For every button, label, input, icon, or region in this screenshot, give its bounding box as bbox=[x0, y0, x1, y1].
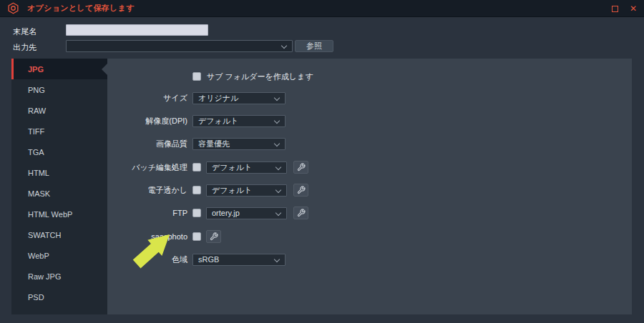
quality-value: 容量優先 bbox=[198, 139, 230, 149]
size-row: サイズ オリジナル bbox=[107, 91, 286, 104]
size-label: サイズ bbox=[107, 93, 187, 104]
resolution-select[interactable]: デフォルト bbox=[192, 115, 286, 127]
subfolder-checkbox[interactable] bbox=[192, 72, 201, 81]
quality-row: 画像品質 容量優先 bbox=[107, 137, 286, 150]
saasphoto-settings-button[interactable] bbox=[206, 230, 221, 243]
app-logo-icon bbox=[7, 2, 19, 14]
sidebar-item-html[interactable]: HTML bbox=[11, 162, 107, 183]
subfolder-checkbox-label: サブ フォルダーを作成します bbox=[207, 71, 313, 82]
chevron-down-icon bbox=[274, 140, 280, 146]
subfolder-row: サブ フォルダーを作成します bbox=[107, 70, 313, 83]
ftp-checkbox[interactable] bbox=[192, 209, 201, 217]
ftp-settings-button[interactable] bbox=[293, 207, 308, 219]
quality-label: 画像品質 bbox=[107, 139, 187, 149]
wrench-icon bbox=[297, 163, 306, 172]
maximize-button[interactable] bbox=[612, 6, 618, 12]
resolution-row: 解像度(DPI) デフォルト bbox=[107, 114, 286, 127]
watermark-value: デフォルト bbox=[212, 185, 252, 196]
browse-button[interactable]: 参照 bbox=[295, 40, 333, 52]
output-destination-label: 出力先 bbox=[13, 42, 36, 53]
quality-select[interactable]: 容量優先 bbox=[192, 138, 286, 150]
watermark-label: 電子透かし bbox=[107, 185, 187, 196]
chevron-down-icon bbox=[275, 209, 281, 215]
chevron-down-icon bbox=[274, 256, 280, 262]
resolution-label: 解像度(DPI) bbox=[107, 116, 187, 126]
color-space-value: sRGB bbox=[198, 255, 219, 264]
batch-edit-checkbox[interactable] bbox=[192, 163, 201, 172]
resolution-value: デフォルト bbox=[198, 116, 238, 126]
sidebar-item-raw[interactable]: RAW bbox=[11, 100, 107, 121]
wrench-icon bbox=[297, 209, 306, 217]
batch-edit-settings-button[interactable] bbox=[293, 161, 308, 174]
watermark-checkbox[interactable] bbox=[192, 186, 201, 194]
chevron-down-icon bbox=[274, 94, 280, 100]
suffix-name-input[interactable] bbox=[66, 24, 208, 36]
sidebar-item-mask[interactable]: MASK bbox=[11, 183, 107, 204]
yellow-arrow-annotation bbox=[125, 232, 172, 271]
ftp-label: FTP bbox=[107, 209, 187, 217]
sidebar-item-tga[interactable]: TGA bbox=[11, 141, 107, 162]
sidebar-item-png[interactable]: PNG bbox=[11, 79, 107, 100]
chevron-down-icon bbox=[275, 187, 281, 192]
size-value: オリジナル bbox=[198, 93, 238, 104]
save-options-dialog: オプションとして保存します ✕ 末尾名 出力先 参照 JPG PNG RAW T… bbox=[0, 0, 644, 323]
watermark-select[interactable]: デフォルト bbox=[206, 184, 287, 197]
sidebar-item-webp[interactable]: WebP bbox=[11, 245, 107, 266]
chevron-down-icon bbox=[274, 117, 280, 123]
ftp-value: ortery.jp bbox=[212, 209, 240, 217]
ftp-select[interactable]: ortery.jp bbox=[206, 207, 287, 219]
close-button[interactable]: ✕ bbox=[630, 4, 637, 13]
wrench-icon bbox=[210, 232, 218, 241]
window-title: オプションとして保存します bbox=[27, 3, 135, 14]
batch-edit-row: バッチ編集処理 デフォルト bbox=[107, 161, 308, 174]
wrench-icon bbox=[297, 186, 306, 194]
watermark-row: 電子透かし デフォルト bbox=[107, 184, 308, 197]
ftp-row: FTP ortery.jp bbox=[107, 207, 308, 219]
batch-edit-label: バッチ編集処理 bbox=[107, 162, 187, 173]
sidebar-item-raw-jpg[interactable]: Raw JPG bbox=[11, 266, 107, 287]
sidebar-item-swatch[interactable]: SWATCH bbox=[11, 224, 107, 245]
jpg-settings-panel: サブ フォルダーを作成します サイズ オリジナル 解像度(DPI) デフォルト … bbox=[107, 59, 632, 314]
color-space-select[interactable]: sRGB bbox=[192, 254, 286, 266]
batch-edit-select[interactable]: デフォルト bbox=[206, 162, 287, 174]
sidebar-item-jpg[interactable]: JPG bbox=[11, 59, 107, 79]
chevron-down-icon bbox=[275, 164, 281, 169]
format-sidebar: JPG PNG RAW TIFF TGA HTML MASK HTML WebP… bbox=[11, 59, 107, 314]
output-destination-select[interactable] bbox=[66, 40, 293, 52]
watermark-settings-button[interactable] bbox=[293, 184, 308, 197]
batch-edit-value: デフォルト bbox=[212, 162, 252, 173]
sidebar-item-tiff[interactable]: TIFF bbox=[11, 121, 107, 141]
suffix-name-label: 末尾名 bbox=[13, 26, 36, 37]
titlebar: オプションとして保存します ✕ bbox=[0, 0, 644, 17]
chevron-down-icon bbox=[281, 43, 287, 49]
sidebar-item-psd[interactable]: PSD bbox=[11, 287, 107, 307]
sidebar-item-html-webp[interactable]: HTML WebP bbox=[11, 204, 107, 224]
size-select[interactable]: オリジナル bbox=[192, 92, 286, 104]
saasphoto-checkbox[interactable] bbox=[192, 232, 201, 241]
